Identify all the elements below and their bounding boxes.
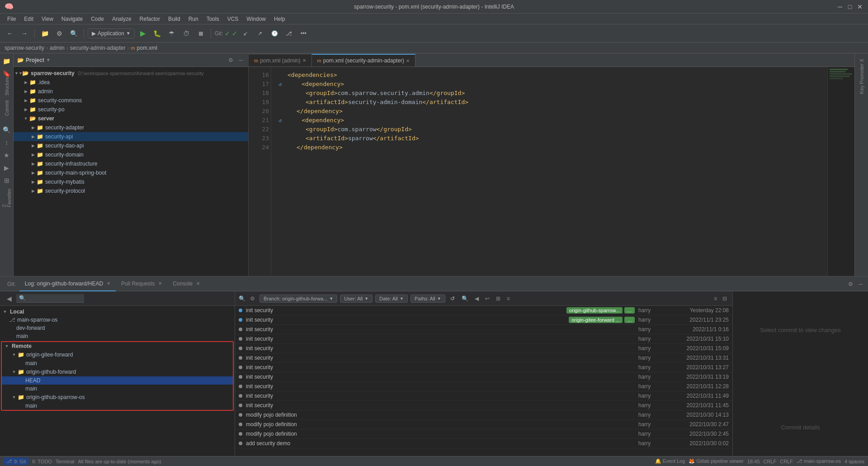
breadcrumb-pom[interactable]: pom.xml xyxy=(137,45,157,51)
status-event-log[interactable]: 🔔 Event Log xyxy=(655,458,685,464)
profile-button[interactable]: ⏱ xyxy=(180,27,193,40)
git-push-button[interactable]: ↗ xyxy=(254,27,266,40)
tab-pom-adapter-close[interactable]: ✕ xyxy=(406,58,410,63)
git-remote-github[interactable]: ▼ 📁 origin-github-forward xyxy=(2,367,233,376)
tree-security-dao-api[interactable]: ▶ 📁 security-dao-api xyxy=(14,141,248,150)
tab-pom-admin[interactable]: m pom.xml (admin) ✕ xyxy=(249,54,312,67)
tab-pull-requests-close[interactable]: ✕ xyxy=(158,281,162,286)
coverage-button[interactable]: ☂ xyxy=(165,27,178,40)
project-view-button[interactable]: 📁 xyxy=(38,27,51,40)
run-config-dropdown[interactable]: ▶ Application ▼ xyxy=(88,29,135,38)
tab-console-close[interactable]: ✕ xyxy=(196,281,200,286)
sort-icon[interactable]: ≡ xyxy=(712,295,719,303)
tab-pull-requests[interactable]: Pull Requests ✕ xyxy=(116,277,167,291)
search-commits-icon[interactable]: 🔍 xyxy=(460,295,470,303)
settings-button[interactable]: ⚙ xyxy=(53,27,66,40)
user-filter[interactable]: User: All ▼ xyxy=(340,295,373,303)
date-filter[interactable]: Date: All ▼ xyxy=(375,295,408,303)
code-area[interactable]: <dependencies> ↺ <dependency> <groupId>c… xyxy=(271,67,827,304)
tree-security-commons[interactable]: ▶ 📁 security-commons xyxy=(14,96,248,105)
close-button[interactable]: ✕ xyxy=(856,3,863,10)
panel-settings-icon[interactable]: ⚙ xyxy=(846,280,855,288)
breadcrumb-adapter[interactable]: security-admin-adapter xyxy=(70,45,126,51)
paths-filter[interactable]: Paths: All ▼ xyxy=(410,295,445,303)
git-update-button[interactable]: ↙ xyxy=(239,27,252,40)
commit-row-5[interactable]: init security harry 2022/10/31 15:09 xyxy=(235,344,732,353)
tab-pom-admin-close[interactable]: ✕ xyxy=(302,58,306,63)
search-icon-git[interactable]: 🔍 xyxy=(239,295,245,302)
status-gitlab[interactable]: 🦊 Gitlab pipeline viewer xyxy=(689,458,744,464)
commit-row-3[interactable]: init security harry 2022/11/1 0:16 xyxy=(235,325,732,334)
git-tree-collapse[interactable]: ◀ xyxy=(4,293,14,304)
menu-code[interactable]: Code xyxy=(87,15,108,23)
menu-analyze[interactable]: Analyze xyxy=(108,15,135,23)
tree-server[interactable]: ▼ 📂 server xyxy=(14,114,248,123)
project-sidebar-icon[interactable]: 📁 xyxy=(1,55,13,67)
tab-git-log[interactable]: Log: origin-github-forward/HEAD ✕ xyxy=(19,277,116,291)
git-search-input[interactable] xyxy=(16,294,84,303)
stop-button[interactable]: ⏹ xyxy=(194,27,207,40)
breadcrumb-admin[interactable]: admin xyxy=(50,45,65,51)
menu-run[interactable]: Run xyxy=(185,15,202,23)
menu-help[interactable]: Help xyxy=(270,15,289,23)
commit-row-11[interactable]: init security harry 2022/10/31 11:45 xyxy=(235,401,732,410)
git-remote-gitee[interactable]: ▼ 📁 origin-gitee-forward xyxy=(2,350,233,359)
git-status-button[interactable]: ⎇ 9: Git xyxy=(4,457,28,465)
tree-idea[interactable]: ▶ 📁 .idea xyxy=(14,78,248,87)
commit-row-12[interactable]: modify pojo definition harry 2022/10/30 … xyxy=(235,410,732,420)
next-commit-icon[interactable]: ↩ xyxy=(483,295,491,303)
git-branch-main-local[interactable]: main xyxy=(0,332,235,340)
git-remote-sparrow-os[interactable]: ▼ 📁 origin-github-sparrow-os xyxy=(2,393,233,402)
branch-filter[interactable]: Branch: origin-github-forwa... ▼ xyxy=(259,295,337,303)
tree-security-main[interactable]: ▶ 📁 security-main-spring-boot xyxy=(14,168,248,177)
status-spaces[interactable]: 4 spaces xyxy=(844,459,864,464)
group-icon[interactable]: ⊟ xyxy=(721,295,729,303)
run-sidebar-icon[interactable]: ▶ xyxy=(1,162,13,174)
tree-security-mybatis[interactable]: ▶ 📁 security-mybatis xyxy=(14,177,248,186)
tree-security-infrastructure[interactable]: ▶ 📁 security-infrastructure xyxy=(14,159,248,168)
git-github-main[interactable]: main xyxy=(2,385,233,393)
menu-build[interactable]: Build xyxy=(165,15,184,23)
debug-button[interactable]: 🐛 xyxy=(151,27,164,40)
menu-tools[interactable]: Tools xyxy=(203,15,223,23)
commit-row-8[interactable]: init security harry 2022/10/31 13:19 xyxy=(235,372,732,382)
git-history-button[interactable]: 🕐 xyxy=(268,27,281,40)
commit-row-6[interactable]: init security harry 2022/10/31 13:31 xyxy=(235,353,732,363)
git-filter-icon[interactable]: ⚙ xyxy=(248,295,257,303)
structure-sidebar-icon[interactable]: Structure xyxy=(1,81,13,92)
prev-commit-icon[interactable]: ◀ xyxy=(473,295,481,303)
commit-row-15[interactable]: add security demo harry 2022/10/30 0:02 xyxy=(235,439,732,448)
terminal-status[interactable]: Terminal xyxy=(56,459,75,464)
git-remote-header[interactable]: ▼ Remote xyxy=(2,342,233,350)
status-line-sep[interactable]: CRLF xyxy=(780,459,793,464)
breadcrumb-sparrow[interactable]: sparrow-security xyxy=(5,45,44,51)
tab-git-log-close[interactable]: ✕ xyxy=(107,281,110,286)
menu-view[interactable]: View xyxy=(38,15,57,23)
commit-row-7[interactable]: init security harry 2022/10/31 13:27 xyxy=(235,363,732,372)
git-branch-button[interactable]: ⎇ xyxy=(283,27,295,40)
maximize-button[interactable]: □ xyxy=(846,3,854,10)
tab-pom-adapter[interactable]: m pom.xml (security-admin-adapter) ✕ xyxy=(312,54,416,67)
back-button[interactable]: ← xyxy=(4,27,16,40)
commit-row-9[interactable]: init security harry 2022/10/31 12:28 xyxy=(235,382,732,391)
panel-hide-icon[interactable]: ─ xyxy=(857,280,864,288)
git-more-button[interactable]: ••• xyxy=(297,27,310,40)
tree-security-adapter[interactable]: ▶ 📁 security-adapter xyxy=(14,123,248,132)
forward-button[interactable]: → xyxy=(18,27,31,40)
commit-row-4[interactable]: init security harry 2022/10/31 15:10 xyxy=(235,334,732,344)
git-github-head[interactable]: HEAD xyxy=(2,376,233,385)
menu-navigate[interactable]: Navigate xyxy=(58,15,86,23)
problems-sidebar-icon[interactable]: 2: Favorites xyxy=(1,192,13,204)
menu-refactor[interactable]: Refactor xyxy=(136,15,164,23)
git-local-header[interactable]: ▼ Local xyxy=(0,308,235,316)
git-sidebar-icon[interactable]: ↕ xyxy=(1,137,13,148)
menu-window[interactable]: Window xyxy=(243,15,269,23)
services-sidebar-icon[interactable]: ⊞ xyxy=(1,175,13,186)
git-gitee-main[interactable]: main xyxy=(2,359,233,367)
find-sidebar-icon[interactable]: 🔍 xyxy=(1,124,13,136)
project-hide-icon[interactable]: ─ xyxy=(237,56,245,64)
search-button[interactable]: 🔍 xyxy=(67,27,80,40)
menu-file[interactable]: File xyxy=(4,15,19,23)
git-branch-main-sparrow[interactable]: ⎇ main-sparrow-os xyxy=(0,316,235,324)
minimize-button[interactable]: ─ xyxy=(836,3,844,10)
